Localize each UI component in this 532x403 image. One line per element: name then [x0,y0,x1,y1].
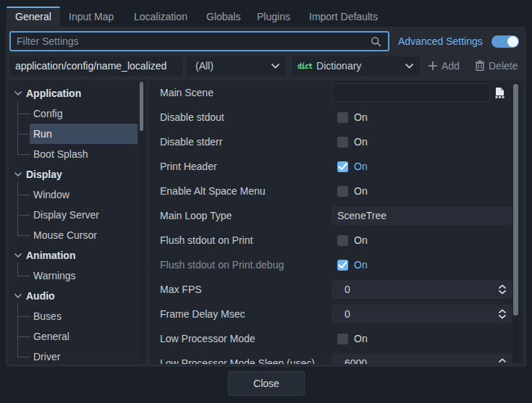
tree-item-warnings[interactable]: Warnings [9,266,146,286]
setting-row-max-fps: Max FPS0 [149,277,523,302]
tree-indent-line [17,101,18,154]
tree-section-animation[interactable]: Animation [9,245,146,266]
delete-label: Delete [489,60,518,72]
tree-indent-line [17,182,18,235]
tree-section-application[interactable]: Application [9,83,146,103]
tree-item-label: Config [33,103,62,124]
tab-bar: GeneralInput MapLocalizationGlobalsPlugi… [0,0,532,27]
tree-item-label: Display Server [33,205,99,225]
checkbox-checked[interactable] [337,260,348,271]
tree-section-label: Audio [26,286,55,306]
trash-icon [475,60,485,71]
spinbox-field[interactable]: 6000 [332,354,512,364]
chevron-down-icon [14,294,22,299]
setting-row-enable-alt-space-menu: Enable Alt Space MenuOn [149,179,523,203]
tree-item-general[interactable]: General [9,326,146,347]
setting-row-print-header: Print HeaderOn [149,154,523,179]
tree-item-display-server[interactable]: Display Server [9,205,146,225]
setting-row-low-processor-mode-sleep-usec-: Low Processor Mode Sleep (usec)6000 [149,351,523,364]
setting-row-flush-stdout-on-print: Flush stdout on PrintOn [149,228,523,253]
delete-button[interactable]: Delete [475,56,518,76]
type-dropdown[interactable]: dictDictionary [292,56,420,76]
chevron-down-icon [14,253,22,258]
checkbox-unchecked[interactable] [337,334,348,344]
tab-globals[interactable]: Globals [206,7,240,27]
checkbox-unchecked[interactable] [337,235,348,246]
tree-item-driver[interactable]: Driver [9,347,146,364]
checkbox-on-label: On [354,253,368,277]
checkbox-checked[interactable] [337,161,348,172]
setting-label: Disable stdout [160,105,224,130]
setting-label: Main Scene [160,80,214,105]
checkbox-on-label: On [354,105,368,130]
setting-row-disable-stdout: Disable stdoutOn [149,105,523,130]
property-path-input[interactable]: application/config/name_localized [9,56,182,76]
tab-localization[interactable]: Localization [134,7,187,27]
type-value: Dictionary [316,60,361,72]
chevron-down-icon [405,64,413,69]
checkbox-unchecked[interactable] [337,112,348,123]
tree-item-boot-splash[interactable]: Boot Splash [9,144,146,164]
setting-row-main-loop-type: Main Loop TypeSceneTree [149,203,523,228]
advanced-settings-label: Advanced Settings [398,31,483,51]
spinbox-field[interactable]: 0 [332,305,512,323]
setting-label: Low Processor Mode Sleep (usec) [160,351,315,364]
settings-category-tree: ApplicationConfigRunBoot SplashDisplayWi… [9,80,146,364]
setting-label: Flush stdout on Print.debug [160,253,284,277]
checkbox-on-label: On [354,154,368,179]
tree-item-buses[interactable]: Buses [9,306,146,326]
checkbox-unchecked[interactable] [337,137,348,148]
toggle-knob [507,36,518,47]
tab-import-defaults[interactable]: Import Defaults [309,7,378,27]
checkmark-icon [338,261,347,269]
tab-panel: Filter Settings Advanced Settings applic… [6,27,526,367]
path-field[interactable] [332,83,490,102]
settings-list: Main SceneDisable stdoutOnDisable stderr… [149,80,523,364]
tree-item-label: Driver [33,347,60,364]
search-icon [371,36,381,47]
text-field[interactable]: SceneTree [332,206,512,225]
tree-item-run[interactable]: Run [9,124,146,144]
setting-row-main-scene: Main Scene [149,80,523,105]
tree-indent-line [17,263,18,276]
tree-item-label: Run [33,124,52,144]
tab-general[interactable]: General [7,7,60,27]
tree-item-window[interactable]: Window [9,184,146,205]
spinner-updown-icon[interactable] [498,358,507,364]
setting-label: Main Loop Type [160,203,232,228]
setting-label: Frame Delay Msec [160,302,245,326]
tab-plugins[interactable]: Plugins [257,7,290,27]
tab-input-map[interactable]: Input Map [69,7,114,27]
setting-row-disable-stderr: Disable stderrOn [149,130,523,154]
settings-scrollbar-thumb[interactable] [513,84,518,315]
checkbox-on-label: On [354,326,368,351]
setting-label: Low Processor Mode [160,326,256,351]
file-icon [494,87,505,98]
close-button[interactable]: Close [228,371,305,396]
advanced-settings-toggle[interactable] [491,35,519,48]
tree-section-display[interactable]: Display [9,164,146,184]
tree-item-label: Boot Splash [33,144,88,164]
tree-item-config[interactable]: Config [9,103,146,124]
checkbox-on-label: On [354,130,368,154]
checkbox-unchecked[interactable] [337,186,348,197]
spinbox-field[interactable]: 0 [332,280,512,299]
checkbox-on-label: On [354,179,368,203]
tree-section-audio[interactable]: Audio [9,286,146,306]
tree-scrollbar-thumb[interactable] [140,82,143,131]
filter-placeholder: Filter Settings [17,35,79,47]
feature-filter-dropdown[interactable]: (All) [187,56,286,76]
tree-item-mouse-cursor[interactable]: Mouse Cursor [9,225,146,245]
setting-label: Disable stderr [160,130,222,154]
open-file-button[interactable] [494,87,505,101]
checkbox-on-label: On [354,228,368,253]
add-button[interactable]: Add [428,56,460,76]
setting-label: Flush stdout on Print [160,228,253,253]
filter-settings-input[interactable]: Filter Settings [9,31,389,51]
spinner-updown-icon[interactable] [498,284,507,294]
plus-icon [428,61,438,71]
chevron-down-icon [14,91,22,96]
spinner-updown-icon[interactable] [498,309,507,319]
tree-item-label: Window [33,184,69,205]
tree-indent-line [17,303,18,357]
